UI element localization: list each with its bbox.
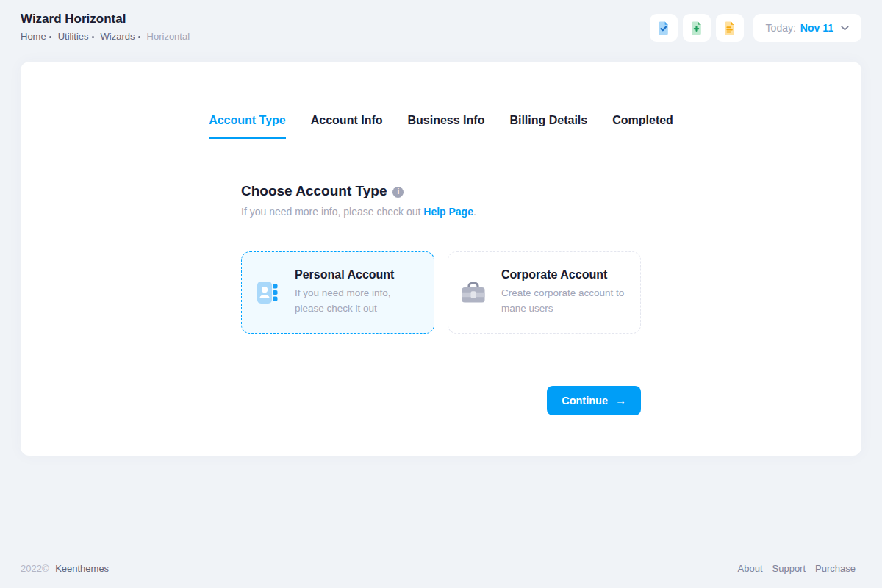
- info-icon[interactable]: i: [392, 187, 404, 198]
- breadcrumb-item-horizontal: Horizontal: [147, 31, 190, 42]
- tab-business-info[interactable]: Business Info: [408, 113, 485, 139]
- wizard-steps-nav: Account Type Account Info Business Info …: [209, 113, 673, 139]
- doc-plus-button[interactable]: [683, 14, 711, 42]
- option-texts: Corporate Account Create corporate accou…: [501, 268, 626, 317]
- doc-check-icon: [656, 21, 671, 36]
- account-type-options: Personal Account If you need more info, …: [241, 251, 641, 334]
- step-content: Choose Account Type i If you need more i…: [241, 183, 641, 415]
- breadcrumb-item-wizards[interactable]: Wizards: [101, 31, 135, 42]
- page-title: Wizard Horizontal: [21, 12, 190, 26]
- footer: 2022© Keenthemes About Support Purchase: [0, 563, 882, 588]
- doc-lines-button[interactable]: [716, 14, 744, 42]
- option-texts: Personal Account If you need more info, …: [295, 268, 420, 317]
- copyright-year: 2022©: [21, 563, 49, 574]
- footer-link-about[interactable]: About: [738, 563, 763, 574]
- step-actions: Continue →: [241, 386, 641, 415]
- contact-book-icon: [252, 278, 282, 307]
- breadcrumb-separator: [92, 36, 94, 38]
- continue-button[interactable]: Continue →: [547, 386, 641, 415]
- option-title: Personal Account: [295, 268, 420, 282]
- step-subtitle-text: If you need more info, please check out: [241, 206, 423, 218]
- tab-billing-details[interactable]: Billing Details: [509, 113, 587, 139]
- step-subtitle-period: .: [473, 206, 476, 218]
- wizard-card: Account Type Account Info Business Info …: [21, 62, 861, 456]
- help-page-link[interactable]: Help Page: [423, 206, 473, 218]
- breadcrumb-separator: [138, 36, 140, 38]
- tab-account-info[interactable]: Account Info: [311, 113, 383, 139]
- page: Wizard Horizontal Home Utilities Wizards…: [0, 0, 882, 588]
- option-description: Create corporate account to mane users: [501, 286, 626, 317]
- tab-completed[interactable]: Completed: [612, 113, 673, 139]
- step-subtitle: If you need more info, please check out …: [241, 206, 641, 218]
- copyright-company-link[interactable]: Keenthemes: [55, 563, 109, 574]
- footer-link-purchase[interactable]: Purchase: [815, 563, 856, 574]
- footer-copyright: 2022© Keenthemes: [21, 563, 109, 574]
- option-corporate-account[interactable]: Corporate Account Create corporate accou…: [448, 251, 641, 334]
- header: Wizard Horizontal Home Utilities Wizards…: [0, 0, 882, 51]
- header-actions: Today: Nov 11: [650, 14, 861, 42]
- header-titles: Wizard Horizontal Home Utilities Wizards…: [21, 12, 190, 42]
- breadcrumb: Home Utilities Wizards Horizontal: [21, 31, 190, 42]
- breadcrumb-separator: [49, 36, 51, 38]
- option-description: If you need more info, please check it o…: [295, 286, 420, 317]
- footer-link-support[interactable]: Support: [772, 563, 806, 574]
- doc-plus-icon: [689, 21, 704, 36]
- chevron-down-icon: [841, 26, 849, 31]
- arrow-right-icon: →: [615, 395, 626, 406]
- footer-links: About Support Purchase: [738, 563, 856, 574]
- date-label: Today:: [766, 22, 796, 34]
- date-picker-button[interactable]: Today: Nov 11: [753, 14, 861, 42]
- briefcase-icon: [459, 278, 488, 307]
- option-title: Corporate Account: [501, 268, 626, 282]
- continue-button-label: Continue: [562, 395, 608, 406]
- tab-account-type[interactable]: Account Type: [209, 113, 286, 139]
- option-personal-account[interactable]: Personal Account If you need more info, …: [241, 251, 434, 334]
- breadcrumb-item-home[interactable]: Home: [21, 31, 46, 42]
- doc-lines-icon: [722, 21, 737, 36]
- step-heading-text: Choose Account Type: [241, 183, 387, 200]
- step-heading: Choose Account Type i: [241, 183, 641, 200]
- breadcrumb-item-utilities[interactable]: Utilities: [58, 31, 89, 42]
- date-value: Nov 11: [800, 22, 833, 34]
- doc-check-button[interactable]: [650, 14, 678, 42]
